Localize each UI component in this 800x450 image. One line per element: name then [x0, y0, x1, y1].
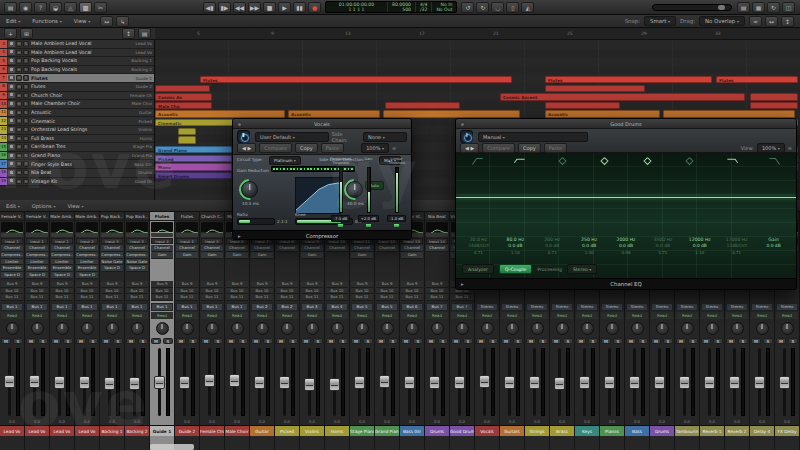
fader-handle[interactable] — [704, 376, 715, 389]
output-slot[interactable]: Stereo Out — [626, 303, 648, 311]
paste-button[interactable]: Paste — [544, 143, 568, 153]
plugin-slot[interactable]: Gain — [401, 252, 423, 259]
region[interactable] — [385, 102, 460, 109]
region[interactable]: Cosmic Ascent — [500, 93, 745, 100]
input-slot[interactable]: Input 1 — [26, 238, 48, 244]
strip-name-bottom[interactable]: Picked — [275, 425, 299, 436]
processing-select[interactable]: Stereo ▾ — [567, 264, 597, 274]
track-solo-button[interactable]: S — [23, 58, 29, 64]
pan-knob[interactable] — [75, 319, 99, 337]
send-slot[interactable]: Bus 11 — [76, 294, 98, 301]
strip-name-bottom[interactable]: Violins — [300, 425, 324, 436]
plugin-slot[interactable]: Gain — [351, 252, 373, 259]
mute-button[interactable]: M — [251, 338, 261, 345]
plugin-slot[interactable]: Ensemble — [26, 265, 48, 272]
smart-controls-icon[interactable]: ◬ — [64, 2, 77, 13]
channel-setting-button[interactable] — [1, 233, 23, 237]
highshelf-band-icon[interactable] — [711, 155, 754, 167]
fader-handle[interactable] — [354, 376, 365, 389]
automation-mode[interactable]: Read — [526, 312, 548, 319]
fader-handle[interactable] — [479, 375, 490, 388]
send-slot[interactable]: Bus 10 — [26, 288, 48, 295]
output-slot[interactable]: Stereo Out — [701, 303, 723, 311]
solo-button[interactable]: S — [63, 338, 73, 345]
eq-thumbnail[interactable] — [1, 222, 23, 232]
track-header-row[interactable]: 14 M S Full Brass Horns — [0, 135, 154, 144]
mute-button[interactable]: M — [301, 338, 311, 345]
automation-mode[interactable]: Read — [226, 312, 248, 319]
output-slot[interactable]: Stereo Out — [501, 303, 523, 311]
strip-name-bottom[interactable]: Tambourin — [675, 425, 699, 436]
eq-thumbnail[interactable] — [101, 222, 123, 232]
eq-thumbnail[interactable] — [51, 222, 73, 232]
drag-select[interactable]: No Overlap ▾ — [699, 16, 745, 26]
automation-mode[interactable]: Read — [726, 312, 748, 319]
strip-name-bottom[interactable]: Delay 4 — [750, 425, 774, 436]
strip-name-bottom[interactable]: Guitar — [250, 425, 274, 436]
track-mute-button[interactable]: M — [16, 170, 22, 176]
mute-button[interactable]: M — [701, 338, 711, 345]
eq-titlebar[interactable]: Good Drums — [456, 119, 796, 129]
send-slot[interactable]: Bus 10 — [226, 288, 248, 295]
strip-name-top[interactable]: Female V.. — [25, 212, 49, 221]
track-zoom-icon[interactable]: ▤ — [138, 28, 151, 39]
mute-button[interactable]: M — [376, 338, 386, 345]
automation-mode[interactable]: Read — [776, 312, 798, 319]
output-slot[interactable]: Bus 1 — [1, 303, 23, 311]
plugin-slot[interactable]: Noise Gate — [126, 259, 148, 266]
send-slot[interactable]: Bus 10 — [1, 288, 23, 295]
strip-name-top[interactable]: Nia Beat — [425, 212, 449, 221]
automation-mode[interactable]: Read — [501, 312, 523, 319]
region[interactable] — [178, 136, 196, 143]
plugin-slot[interactable]: Gain — [301, 252, 323, 259]
bell-band-icon[interactable] — [584, 155, 627, 167]
close-icon[interactable] — [460, 122, 465, 127]
region[interactable] — [750, 93, 798, 100]
send-slot[interactable]: Bus 11 — [51, 294, 73, 301]
fader-handle[interactable] — [729, 376, 740, 389]
compare-button[interactable]: Compare — [482, 143, 515, 153]
pan-knob[interactable] — [775, 319, 799, 337]
strip-name-bottom[interactable]: Female Choir — [200, 425, 224, 436]
region[interactable]: Smart Drums — [155, 172, 232, 179]
plugin-slot[interactable]: Compress.. — [76, 252, 98, 259]
lcd-division[interactable]: /32 — [420, 7, 427, 12]
loop-browser-icon[interactable]: ↻ — [767, 2, 780, 13]
input-slot[interactable]: Input 3 — [126, 238, 148, 244]
solo-button[interactable]: S — [113, 338, 123, 345]
strip-name-bottom[interactable]: Stage Piano — [350, 425, 374, 436]
mute-button[interactable]: M — [601, 338, 611, 345]
strip-name-top[interactable]: Male Amb.. — [50, 212, 74, 221]
fader-handle[interactable] — [629, 376, 640, 389]
mute-button[interactable]: M — [676, 338, 686, 345]
send-slot[interactable]: Bus 9 — [126, 281, 148, 288]
snap-select[interactable]: Smart ▾ — [644, 16, 676, 26]
region[interactable]: Acoustic — [288, 110, 380, 117]
toolbox-icon[interactable]: ◒ — [49, 2, 62, 13]
eq-band-readout[interactable]: 20.0 Hz 24dB/Oct 0.71 — [460, 237, 497, 256]
pan-knob[interactable] — [275, 319, 299, 337]
go-to-end-button[interactable]: ▮▶ — [218, 2, 231, 13]
automation-mode[interactable]: Read — [51, 312, 73, 319]
paste-button[interactable]: Paste — [321, 143, 345, 153]
fader-handle[interactable] — [104, 377, 115, 390]
power-icon[interactable] — [237, 130, 250, 143]
automation-mode[interactable]: Read — [76, 312, 98, 319]
region[interactable]: Acoustic — [545, 110, 660, 117]
region[interactable]: Mono — [155, 163, 232, 170]
strip-name-bottom[interactable]: FX Delay — [775, 425, 799, 436]
plugin-slot[interactable]: Gain — [201, 252, 223, 259]
eq-graph[interactable] — [456, 153, 796, 278]
fader-handle[interactable] — [504, 376, 515, 389]
send-slot[interactable]: Bus 11 — [276, 294, 298, 301]
output-slot[interactable]: Bus 5 — [351, 303, 373, 311]
send-slot[interactable]: Bus 10 — [426, 288, 448, 295]
track-mute-button[interactable]: M — [16, 67, 22, 73]
input-slot[interactable]: Input 5 — [201, 238, 223, 244]
region[interactable]: Male Cha — [155, 102, 212, 109]
output-slot[interactable]: Bus 1 — [176, 303, 198, 311]
plugin-slot[interactable]: Channel EQ — [426, 245, 448, 252]
send-slot[interactable]: Bus 11 — [1, 294, 23, 301]
mute-button[interactable]: M — [726, 338, 736, 345]
output-slot[interactable]: Bus 6 — [401, 303, 423, 311]
